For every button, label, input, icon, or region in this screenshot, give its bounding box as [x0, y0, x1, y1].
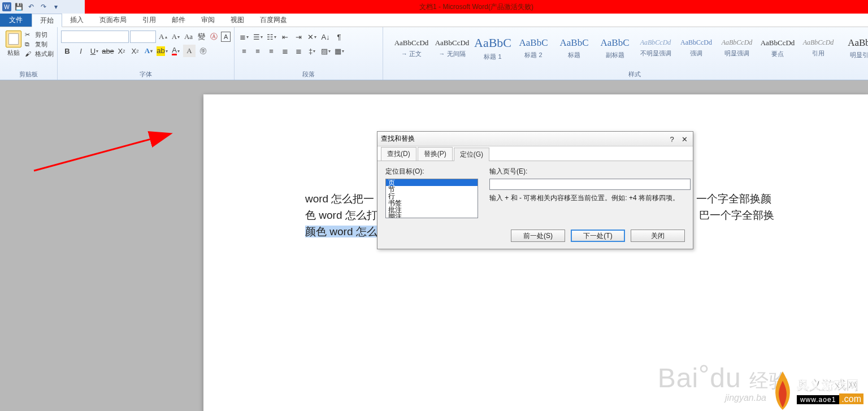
paste-button[interactable]: 粘贴 [3, 28, 24, 57]
tab-insert[interactable]: 插入 [62, 14, 92, 27]
style-name: 标题 2 [524, 51, 542, 59]
dialog-close-button[interactable]: ✕ [679, 134, 689, 144]
font-color-button[interactable]: A▾ [170, 45, 182, 57]
borders-button[interactable]: ▦▾ [333, 45, 345, 57]
copy-button[interactable]: ⧉复制 [25, 40, 54, 49]
group-clipboard: 粘贴 ✂剪切 ⧉复制 🖌格式刷 剪贴板 [0, 27, 58, 80]
italic-button[interactable]: I [75, 45, 87, 57]
line-spacing-button[interactable]: ‡▾ [306, 45, 318, 57]
sort-button[interactable]: A↓ [319, 31, 332, 43]
dialog-tab-goto[interactable]: 定位(G) [454, 148, 489, 161]
find-replace-dialog: 查找和替换 ? ✕ 查找(D) 替换(P) 定位(G) 定位目标(O): 页节行… [377, 131, 693, 249]
font-size-select[interactable] [130, 31, 156, 43]
goto-target-label: 定位目标(O): [385, 167, 478, 176]
font-family-select[interactable] [61, 31, 129, 43]
file-tab[interactable]: 文件 [0, 14, 32, 27]
style-preview: AaBbCcDd [435, 38, 470, 47]
tab-home[interactable]: 开始 [32, 14, 62, 27]
show-marks-button[interactable]: ¶ [333, 31, 345, 43]
style-item[interactable]: AaBbC标题 [554, 29, 594, 67]
prev-button[interactable]: 前一处(S) [511, 230, 565, 242]
format-painter-button[interactable]: 🖌格式刷 [25, 50, 54, 58]
group-label-paragraph: 段落 [235, 70, 383, 79]
tab-layout[interactable]: 页面布局 [92, 14, 134, 27]
style-preview: AaBbCcDd [680, 38, 712, 47]
style-item[interactable]: AaBbCcDd明显强调 [717, 29, 757, 67]
copy-icon: ⧉ [25, 41, 33, 49]
align-distribute-button[interactable]: ≣ [292, 45, 305, 57]
grow-font-button[interactable]: A▴ [157, 31, 169, 43]
phonetic-guide-button[interactable]: 變 [196, 31, 207, 43]
underline-button[interactable]: U▾ [88, 45, 101, 57]
tab-view[interactable]: 视图 [223, 14, 252, 27]
subscript-button[interactable]: X2 [115, 45, 128, 57]
highlight-button[interactable]: ab▾ [156, 45, 168, 57]
tab-review[interactable]: 审阅 [193, 14, 223, 27]
style-item[interactable]: AaBbC标题 2 [513, 29, 554, 67]
align-right-button[interactable]: ≡ [265, 45, 277, 57]
redo-icon[interactable]: ↷ [38, 2, 49, 12]
qat-more-icon[interactable]: ▾ [51, 2, 61, 12]
window-title: 文档1 - Microsoft Word(产品激活失败) [85, 0, 868, 14]
bullets-button[interactable]: ≣▾ [238, 31, 250, 43]
cut-label: 剪切 [35, 31, 47, 39]
ribbon-tabs: 文件 开始 插入 页面布局 引用 邮件 审阅 视图 百度网盘 [0, 14, 868, 27]
multilevel-button[interactable]: ☷▾ [265, 31, 277, 43]
superscript-button[interactable]: X2 [129, 45, 141, 57]
style-item[interactable]: AaBb明显引 [839, 29, 868, 67]
align-center-button[interactable]: ≡ [251, 45, 264, 57]
shrink-font-button[interactable]: A▾ [170, 31, 182, 43]
dialog-tab-replace[interactable]: 替换(P) [418, 147, 453, 161]
tab-mailings[interactable]: 邮件 [164, 14, 193, 27]
style-preview: AaBbC [601, 37, 630, 49]
doc-line2b: 巴一个字全部换 [699, 209, 774, 221]
dialog-titlebar[interactable]: 查找和替换 ? ✕ [377, 132, 693, 146]
style-name: 副标题 [606, 51, 624, 59]
indent-inc-button[interactable]: ⇥ [292, 31, 305, 43]
undo-icon[interactable]: ↶ [26, 2, 36, 12]
goto-target-item[interactable]: 脚注 [386, 213, 478, 218]
character-border-button[interactable]: A [221, 32, 231, 42]
group-font: A▴ A▾ Aa 變 Ⓐ A B I U▾ abe X2 X2 A▾ ab▾ A… [58, 27, 235, 80]
svg-line-0 [34, 134, 170, 171]
char-shading-button[interactable]: A [183, 45, 196, 57]
enclose-char-button[interactable]: ㊫ [197, 45, 209, 57]
goto-target-item[interactable]: 页 [386, 179, 478, 186]
bold-button[interactable]: B [61, 45, 73, 57]
style-item[interactable]: AaBbCcDd引用 [798, 29, 839, 67]
close-button[interactable]: 关闭 [631, 230, 685, 242]
align-justify-button[interactable]: ≣ [279, 45, 291, 57]
style-item[interactable]: AaBbCcDd要点 [757, 29, 798, 67]
change-case-button[interactable]: Aa [183, 31, 194, 43]
style-item[interactable]: AaBbCcDd→ 正文 [391, 29, 432, 67]
style-item[interactable]: AaBbCcDd强调 [676, 29, 717, 67]
style-item[interactable]: AaBbCcDd→ 无间隔 [432, 29, 472, 67]
group-label-font: 字体 [58, 70, 234, 79]
align-left-button[interactable]: ≡ [238, 45, 250, 57]
save-icon[interactable]: 💾 [14, 2, 24, 12]
style-preview: AaBbCcDd [640, 38, 671, 47]
cut-button[interactable]: ✂剪切 [25, 31, 54, 39]
style-preview: AaBbCcDd [761, 38, 795, 47]
strikethrough-button[interactable]: abe [102, 45, 114, 57]
style-name: 强调 [690, 49, 702, 58]
dialog-help-button[interactable]: ? [667, 134, 677, 144]
quick-access-toolbar: W 💾 ↶ ↷ ▾ 文档1 - Microsoft Word(产品激活失败) [0, 0, 868, 14]
tab-baidu[interactable]: 百度网盘 [252, 14, 295, 27]
group-label-styles: 样式 [383, 70, 868, 79]
asian-layout-button[interactable]: ✕▾ [306, 31, 318, 43]
numbering-button[interactable]: ☰▾ [251, 31, 264, 43]
indent-dec-button[interactable]: ⇤ [279, 31, 291, 43]
tab-references[interactable]: 引用 [134, 14, 164, 27]
style-item[interactable]: AaBbC副标题 [594, 29, 635, 67]
goto-target-item[interactable]: 节 [386, 186, 478, 193]
page-number-input[interactable] [489, 179, 691, 190]
dialog-tab-find[interactable]: 查找(D) [381, 147, 416, 161]
goto-target-list[interactable]: 页节行书签批注脚注 [385, 179, 478, 218]
next-button[interactable]: 下一处(T) [571, 230, 625, 242]
text-effects-button[interactable]: A▾ [142, 45, 155, 57]
style-item[interactable]: AaBbC标题 1 [472, 29, 513, 67]
style-item[interactable]: AaBbCcDd不明显强调 [635, 29, 676, 67]
shading-button[interactable]: ▨▾ [319, 45, 332, 57]
clear-format-button[interactable]: Ⓐ [209, 31, 220, 43]
